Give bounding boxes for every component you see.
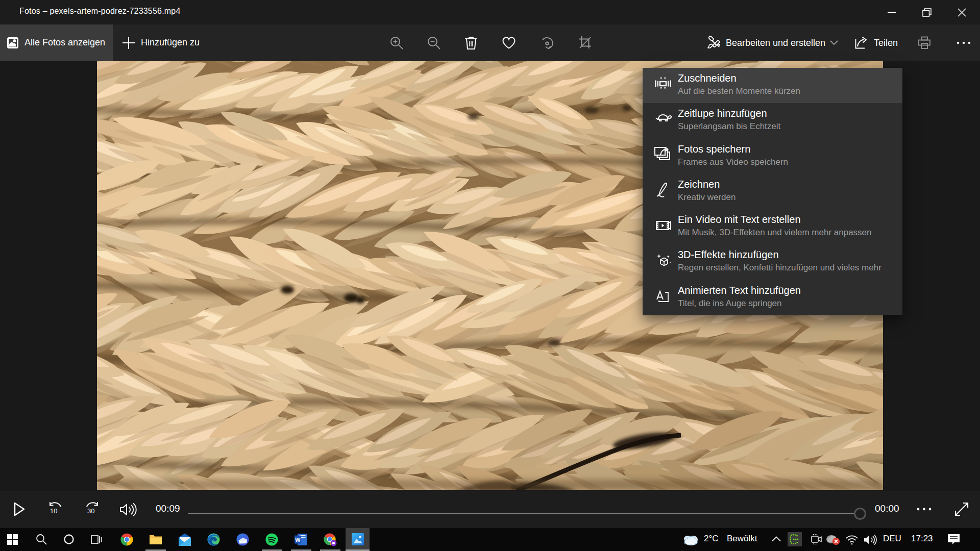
svg-text:W: W (295, 537, 301, 543)
